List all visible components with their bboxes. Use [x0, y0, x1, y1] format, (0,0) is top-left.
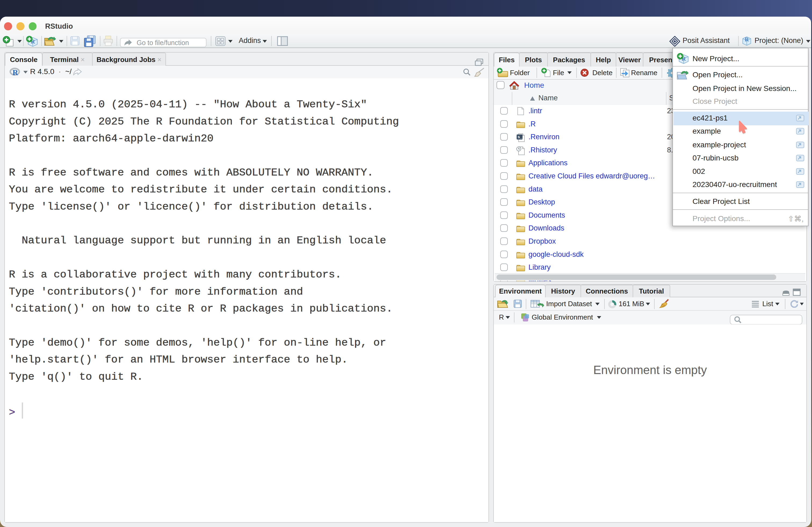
svg-text:s_: s_: [518, 135, 523, 139]
svg-text:R: R: [13, 68, 18, 76]
svg-text:R: R: [745, 36, 749, 43]
